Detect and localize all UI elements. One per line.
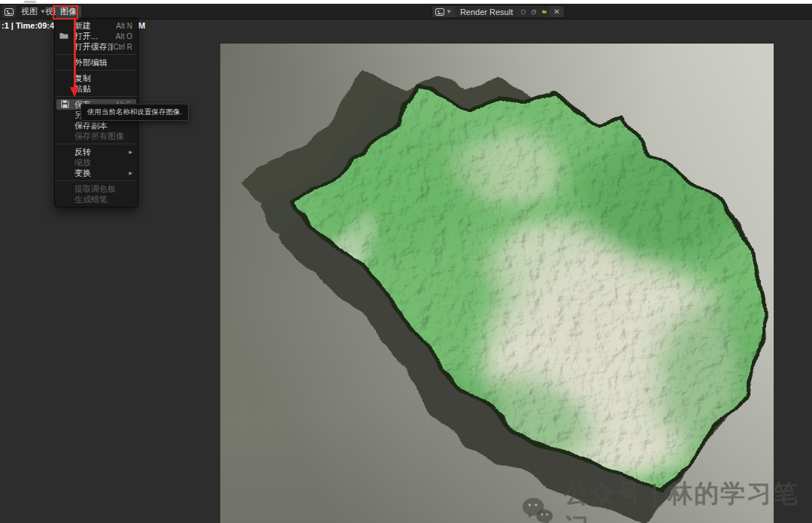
menu-separator (55, 70, 138, 71)
fake-user-button[interactable] (518, 6, 529, 17)
annotation-arrow-line (74, 20, 76, 89)
menu-separator (55, 144, 138, 144)
top-strip-artifact (24, 1, 36, 3)
menu-item-open-cached-render[interactable]: 打开缓存渲染 Ctrl R (55, 41, 138, 52)
menu-item-transform[interactable]: 变换 ▸ (55, 168, 138, 178)
terrain-render (220, 44, 774, 523)
menu-item-save-all-images[interactable]: 保存所有图像 (55, 131, 138, 141)
open-image-button[interactable] (539, 6, 550, 17)
unlink-image-button[interactable]: ✕ (550, 6, 563, 17)
image-datablock-icon (435, 8, 444, 17)
menu-item-resize[interactable]: 缩放 (55, 157, 138, 168)
folder-icon (542, 8, 547, 16)
chevron-down-icon: ▼ (446, 9, 452, 15)
screenshot-root: 视图 ▼ 视图 图像 ▼ Render Resul (0, 0, 812, 523)
editor-mode-label: 视图 (21, 6, 38, 17)
menu-item-invert[interactable]: 反转 ▸ (55, 147, 138, 157)
folder-icon (59, 32, 68, 41)
watermark: 公众号 | 林的学习笔记 (522, 477, 812, 523)
duplicate-icon (532, 8, 536, 17)
annotation-arrowhead-icon (70, 87, 79, 97)
image-datablock-selector: ▼ Render Result (432, 5, 565, 18)
watermark-text: 公众号 | 林的学习笔记 (564, 477, 812, 523)
menu-item-save-copy[interactable]: 保存副本 (55, 120, 138, 131)
menu-item-copy[interactable]: 复制 (55, 73, 138, 83)
menu-separator (55, 54, 138, 55)
close-icon: ✕ (553, 8, 559, 16)
wechat-icon (522, 496, 553, 523)
menu-separator (55, 96, 138, 97)
menu-item-new[interactable]: 新建 Alt N (55, 20, 138, 31)
shield-icon (521, 8, 526, 17)
menu-item-paste[interactable]: 粘贴 (55, 83, 138, 94)
menu-separator (55, 180, 138, 181)
save-tooltip: 使用当前名称和设置保存图像. (80, 104, 189, 121)
submenu-arrow-icon: ▸ (129, 169, 132, 177)
annotation-highlight-box (53, 5, 78, 20)
menu-item-open[interactable]: 打开... Alt O (55, 31, 138, 41)
menu-item-generate-grease-pencil[interactable]: 生成蜡笔 (55, 194, 138, 204)
duplicate-image-button[interactable] (529, 6, 539, 17)
blender-window: 视图 ▼ 视图 图像 ▼ Render Resul (0, 4, 812, 523)
page-top-strip (0, 0, 812, 4)
menu-item-edit-externally[interactable]: 外部编辑 (55, 57, 138, 68)
image-editor-icon (5, 8, 14, 17)
image-name-field[interactable]: Render Result (455, 6, 518, 17)
submenu-arrow-icon: ▸ (129, 148, 132, 156)
image-editor-header: 视图 ▼ 视图 图像 ▼ Render Resul (0, 4, 812, 20)
render-stats-fragment: M (138, 21, 145, 30)
menu-item-extract-palette[interactable]: 提取调色板 (55, 183, 138, 194)
browse-image-button[interactable]: ▼ (432, 6, 455, 17)
render-result-image (220, 44, 774, 523)
save-icon (61, 100, 70, 109)
editor-type-button[interactable] (2, 5, 16, 18)
